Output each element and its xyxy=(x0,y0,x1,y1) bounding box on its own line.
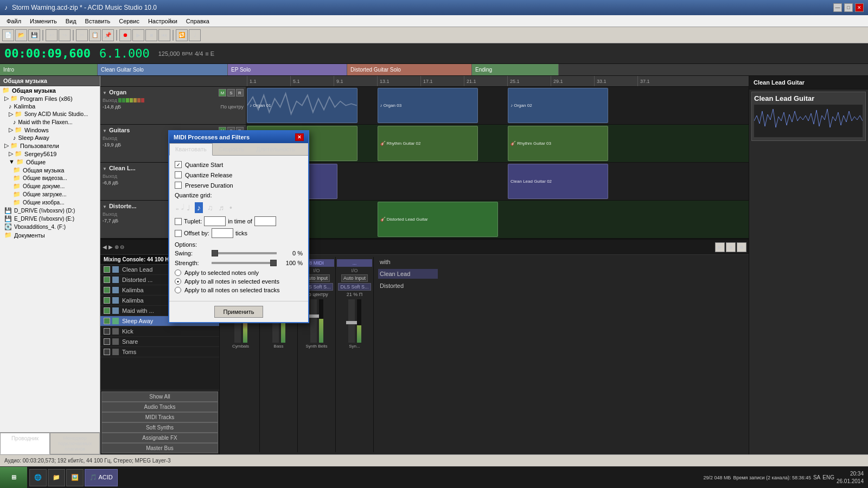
cb-tuplet[interactable] xyxy=(175,218,182,225)
mix-check-dist[interactable] xyxy=(104,277,110,283)
taskbar-app-paint[interactable]: 🖼️ xyxy=(66,469,84,486)
copy-button[interactable]: 📋 xyxy=(89,29,101,41)
tree-item-kalimba[interactable]: ♪ Kalimba xyxy=(0,102,100,110)
channel-8-fader[interactable] xyxy=(310,299,317,343)
tree-item-docs[interactable]: 📁 Документы xyxy=(0,231,100,239)
loop-button[interactable]: 🔁 xyxy=(176,29,188,41)
strength-slider-track[interactable] xyxy=(212,262,277,264)
filter-fx[interactable]: Assignable FX xyxy=(101,433,218,443)
mute-btn-organ[interactable]: M xyxy=(219,89,226,97)
tab-plugins[interactable]: Менеджер подключаемых плагинов xyxy=(50,433,100,454)
play-button[interactable]: ▶ xyxy=(132,29,144,41)
undo-button[interactable]: ↩ xyxy=(46,29,58,41)
section-ep[interactable]: EP Solo xyxy=(228,64,347,75)
grid-eighth[interactable]: ♪ xyxy=(195,202,203,213)
tree-item-sony[interactable]: ▷ 📁 Sony ACID Music Studio... xyxy=(0,110,100,118)
mix-check-kalimba2[interactable] xyxy=(104,297,110,304)
tree-item-obsch-video[interactable]: 📁 Общие видеоза... xyxy=(0,174,100,182)
grid-half[interactable]: 𝅗𝅥 xyxy=(180,202,182,213)
stop-button[interactable]: ■ xyxy=(145,29,157,41)
filter-midi[interactable]: MIDI Tracks xyxy=(101,412,218,422)
channel-extra-fader[interactable] xyxy=(348,299,355,343)
tree-item-obsch-img[interactable]: 📁 Общие изобра... xyxy=(0,198,100,207)
cb-offset[interactable] xyxy=(175,230,182,237)
paste-button[interactable]: 📌 xyxy=(102,29,114,41)
mix-rec-btn[interactable]: ⏺ xyxy=(737,242,746,252)
tree-item-obsch-docs[interactable]: 📁 Общие докуме... xyxy=(0,182,100,190)
clip-organ-02[interactable]: ♪ Organ 02 xyxy=(508,88,608,123)
midi-tab-speed[interactable]: Скорость xyxy=(213,143,251,155)
mix-stop-btn[interactable]: ■ xyxy=(726,242,736,252)
tray-sa[interactable]: SA xyxy=(813,474,820,480)
section-ending[interactable]: Ending xyxy=(472,64,559,75)
tuplet-input[interactable] xyxy=(204,216,226,226)
menu-help[interactable]: Справка xyxy=(182,17,214,25)
mix-check-toms[interactable] xyxy=(104,349,110,355)
mix-check-snare[interactable] xyxy=(104,338,110,345)
maximize-button[interactable]: □ xyxy=(844,3,853,12)
channel-extra-dls[interactable]: DLS Soft S... xyxy=(338,283,371,291)
rb-all-selected-events[interactable] xyxy=(175,278,181,285)
collapse-icon-clean[interactable]: ▼ xyxy=(103,166,107,171)
mix-check-sleep[interactable] xyxy=(104,318,110,324)
tree-item-sergey[interactable]: ▷ 📁 Sergey5619 xyxy=(0,150,100,158)
tree-item-obschie[interactable]: ▼ 📁 Общие xyxy=(0,158,100,166)
tree-item-f-drive[interactable]: 💽 Vboxadditions_4. (F:) xyxy=(0,223,100,231)
grid-dot[interactable]: • xyxy=(228,202,233,213)
section-clean[interactable]: Clean Guitar Solo xyxy=(98,64,228,75)
tree-item-root[interactable]: 📁 Общая музыка xyxy=(0,86,100,94)
section-distorted[interactable]: Distorted Guitar Solo xyxy=(347,64,472,75)
track-organ-content[interactable]: ♪ Organ 01 ♪ Organ 03 ♪ Organ 02 xyxy=(247,87,749,124)
menu-file[interactable]: Файл xyxy=(2,17,25,25)
start-button[interactable]: ⊞ xyxy=(0,467,27,489)
grid-thirty-second[interactable]: ♬ xyxy=(218,202,226,213)
save-button[interactable]: 💾 xyxy=(28,29,40,41)
swing-slider-track[interactable] xyxy=(212,252,277,254)
tree-item-windows[interactable]: ▷ 📁 Windows xyxy=(0,126,100,134)
menu-edit[interactable]: Изменить xyxy=(25,17,61,25)
taskbar-app-acid[interactable]: 🎵 ACID xyxy=(85,469,118,486)
mix-check-clean[interactable] xyxy=(104,266,110,273)
cut-button[interactable]: ✂ xyxy=(76,29,88,41)
rewind-button[interactable]: ⏮ xyxy=(158,29,170,41)
metronome-button[interactable]: ♩ xyxy=(189,29,201,41)
new-button[interactable]: 📄 xyxy=(2,29,14,41)
tree-item-sleep[interactable]: ♪ Sleep Away xyxy=(0,134,100,142)
mix-check-kalimba1[interactable] xyxy=(104,287,110,293)
taskbar-app-ie[interactable]: 🌐 xyxy=(29,469,47,486)
midi-dialog-close[interactable]: ✕ xyxy=(295,133,304,141)
filter-synths[interactable]: Soft Synths xyxy=(101,422,218,433)
track-guitars-content[interactable]: 🎸 Rhythm Guitar 01 🎸 Rhythm Guitar 02 🎸 … xyxy=(247,125,749,162)
swing-slider-thumb[interactable] xyxy=(212,250,218,256)
mix-track-toms[interactable]: Toms xyxy=(100,347,219,357)
tree-item-obsch-music[interactable]: 📁 Общая музыка xyxy=(0,166,100,174)
tree-item-e-drive[interactable]: 💾 E_DRIVE (\\vboxsrv) (E:) xyxy=(0,215,100,223)
clip-clean-lead-02[interactable]: Clean Lead Guitar 02 xyxy=(508,164,608,199)
solo-btn-organ[interactable]: S xyxy=(227,89,235,97)
mix-track-snare[interactable]: Snare xyxy=(100,337,219,347)
mix-track-kick[interactable]: Kick xyxy=(100,326,219,337)
midi-tab-quantize[interactable]: Квантовать xyxy=(169,143,213,156)
collapse-icon-dist[interactable]: ▼ xyxy=(103,204,107,209)
tab-explorer[interactable]: Проводник xyxy=(0,433,50,454)
collapse-icon-guitars[interactable]: ▼ xyxy=(103,129,107,133)
rb-all-selected-tracks[interactable] xyxy=(175,287,181,293)
tree-item-d-drive[interactable]: 💾 D_DRIVE (\\vboxsrv) (D:) xyxy=(0,207,100,215)
apply-button[interactable]: Применить xyxy=(214,306,264,318)
clip-organ-03[interactable]: ♪ Organ 03 xyxy=(378,88,478,123)
close-button[interactable]: ✕ xyxy=(855,3,864,12)
open-button[interactable]: 📂 xyxy=(15,29,27,41)
section-intro[interactable]: Intro xyxy=(0,64,98,75)
filter-audio[interactable]: Audio Tracks xyxy=(101,402,218,412)
cb-quantize-release[interactable] xyxy=(175,171,182,178)
mix-play-btn[interactable]: ▶ xyxy=(715,242,725,252)
record-button[interactable]: ⏺ xyxy=(119,29,131,41)
menu-view[interactable]: Вид xyxy=(61,17,81,25)
track-distorted-content[interactable]: 🎸 Distorted Lead Guitar xyxy=(247,201,749,238)
grid-whole[interactable]: 𝅝 xyxy=(175,202,177,213)
clip-distorted-lead[interactable]: 🎸 Distorted Lead Guitar xyxy=(378,202,498,237)
in-time-input[interactable] xyxy=(254,216,276,226)
arm-btn-organ[interactable]: R xyxy=(236,89,244,97)
strength-slider-thumb[interactable] xyxy=(270,260,277,266)
cb-preserve-duration[interactable] xyxy=(175,182,182,189)
